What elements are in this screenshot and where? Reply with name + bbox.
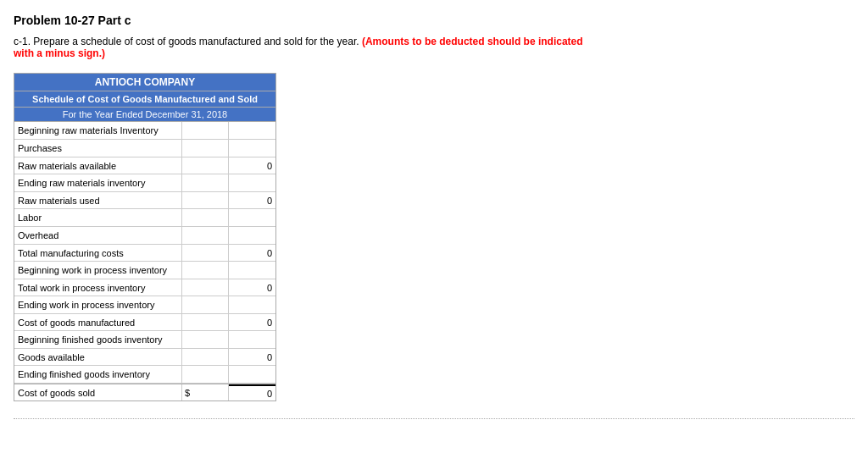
row-total-cost-goods-sold: 0 (229, 384, 275, 401)
row-input-beginning-wip[interactable] (182, 262, 229, 279)
row-input-ending-finished-goods[interactable] (182, 366, 229, 383)
table-row: Purchases (14, 140, 275, 157)
table-row: Ending work in process inventory (14, 296, 275, 314)
table-row: Raw materials available 0 (14, 157, 275, 174)
row-label-beginning-finished-goods: Beginning finished goods inventory (14, 331, 182, 348)
row-input-beginning-raw-materials[interactable] (182, 122, 229, 139)
row-label-total-wip: Total work in process inventory (14, 279, 182, 296)
row-input-cost-goods-manufactured-empty (182, 314, 229, 330)
row-label-ending-raw-materials: Ending raw materials inventory (14, 174, 182, 191)
table-row: Ending raw materials inventory (14, 174, 275, 192)
row-total-goods-available: 0 (229, 349, 275, 365)
table-row: Overhead (14, 227, 275, 245)
row-input-purchases[interactable] (182, 140, 229, 157)
input-ending-wip[interactable] (182, 296, 228, 313)
row-label-total-manufacturing-costs: Total manufacturing costs (14, 245, 182, 261)
table-row: Total work in process inventory 0 (14, 279, 275, 296)
dollar-sign: $ (185, 388, 192, 398)
row-input-ending-wip[interactable] (182, 296, 229, 313)
table-container: ANTIOCH COMPANY Schedule of Cost of Good… (14, 73, 276, 401)
row-label-beginning-wip: Beginning work in process inventory (14, 262, 182, 279)
row-total-beginning-finished-goods (229, 331, 275, 348)
row-label-labor: Labor (14, 209, 182, 226)
instructions: c-1. Prepare a schedule of cost of goods… (14, 36, 590, 59)
row-input-ending-raw-materials[interactable] (182, 174, 229, 191)
table-row: Labor (14, 209, 275, 227)
instructions-text: c-1. Prepare a schedule of cost of goods… (14, 36, 359, 47)
row-input-cost-goods-sold-dollar: $ (182, 384, 229, 401)
table-row: Goods available 0 (14, 349, 275, 366)
table-company-name: ANTIOCH COMPANY (14, 74, 275, 91)
row-input-total-wip-empty (182, 279, 229, 296)
row-label-raw-materials-available: Raw materials available (14, 157, 182, 174)
row-input-total-manufacturing-costs-empty (182, 245, 229, 261)
row-total-total-manufacturing-costs: 0 (229, 245, 275, 261)
input-purchases[interactable] (182, 140, 228, 157)
table-schedule-title: Schedule of Cost of Goods Manufactured a… (14, 91, 275, 108)
input-ending-raw-materials[interactable] (182, 174, 228, 191)
footer-divider (14, 418, 854, 419)
table-row: Beginning work in process inventory (14, 262, 275, 279)
row-total-raw-materials-used: 0 (229, 192, 275, 208)
input-overhead[interactable] (182, 227, 228, 244)
row-input-labor[interactable] (182, 209, 229, 226)
row-total-beginning-wip (229, 262, 275, 279)
table-row: Beginning raw materials Inventory (14, 122, 275, 140)
row-label-ending-wip: Ending work in process inventory (14, 296, 182, 313)
row-total-labor (229, 209, 275, 226)
table-row: Total manufacturing costs 0 (14, 245, 275, 262)
row-total-raw-materials-available: 0 (229, 157, 275, 174)
input-beginning-wip[interactable] (182, 262, 228, 279)
row-label-goods-available: Goods available (14, 349, 182, 365)
row-input-goods-available-empty (182, 349, 229, 365)
problem-title: Problem 10-27 Part c (14, 14, 854, 27)
row-label-cost-goods-sold: Cost of goods sold (14, 384, 182, 401)
table-row: Ending finished goods inventory (14, 366, 275, 384)
row-total-cost-goods-manufactured: 0 (229, 314, 275, 330)
row-label-overhead: Overhead (14, 227, 182, 244)
row-input-beginning-finished-goods[interactable] (182, 331, 229, 348)
input-ending-finished-goods[interactable] (182, 366, 228, 383)
row-label-raw-materials-used: Raw materials used (14, 192, 182, 208)
row-label-purchases: Purchases (14, 140, 182, 157)
table-period: For the Year Ended December 31, 2018 (14, 108, 275, 122)
row-total-total-wip: 0 (229, 279, 275, 296)
row-total-purchases (229, 140, 275, 157)
input-beginning-raw-materials[interactable] (182, 122, 228, 139)
table-row: Cost of goods manufactured 0 (14, 314, 275, 331)
row-input-overhead[interactable] (182, 227, 229, 244)
input-beginning-finished-goods[interactable] (182, 331, 228, 348)
row-total-ending-raw-materials (229, 174, 275, 191)
row-input-raw-materials-available-empty (182, 157, 229, 174)
row-total-ending-finished-goods (229, 366, 275, 383)
row-total-ending-wip (229, 296, 275, 313)
row-total-overhead (229, 227, 275, 244)
table-row: Beginning finished goods inventory (14, 331, 275, 349)
row-label-beginning-raw-materials: Beginning raw materials Inventory (14, 122, 182, 139)
row-label-cost-goods-manufactured: Cost of goods manufactured (14, 314, 182, 330)
row-label-ending-finished-goods: Ending finished goods inventory (14, 366, 182, 383)
input-labor[interactable] (182, 209, 228, 226)
row-total-beginning-raw-materials (229, 122, 275, 139)
table-row: Cost of goods sold $ 0 (14, 384, 275, 401)
row-input-raw-materials-used-empty (182, 192, 229, 208)
table-row: Raw materials used 0 (14, 192, 275, 209)
